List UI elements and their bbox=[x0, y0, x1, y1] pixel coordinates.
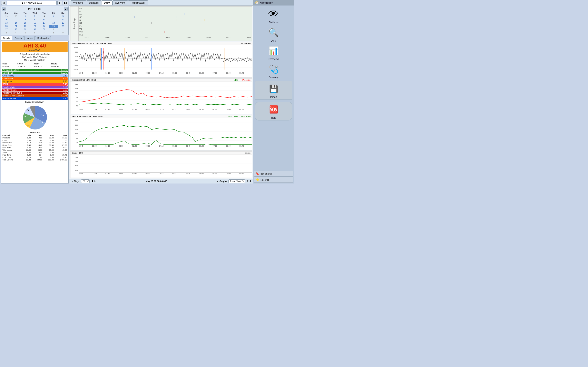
tab-bookmarks[interactable]: Bookmarks bbox=[35, 36, 51, 40]
cal-day-26[interactable]: 26 bbox=[58, 25, 68, 28]
nav-bottom: 🔖 Bookmarks ⭐ Records bbox=[253, 170, 294, 184]
svg-text:CA: CA bbox=[26, 109, 29, 111]
cal-day-10[interactable]: 10 bbox=[40, 18, 49, 21]
tab-details[interactable]: Details bbox=[1, 36, 12, 40]
pr-y-126: 12.6 bbox=[71, 88, 78, 90]
cal-day-4-next[interactable]: 4 bbox=[11, 31, 20, 34]
pressure-title: Pressure: 0.00 EPAP: 0.00 bbox=[72, 79, 96, 81]
menu-tab-welcome[interactable]: Welcome bbox=[71, 0, 86, 5]
cal-day-9[interactable]: 9 bbox=[30, 18, 39, 21]
cal-day-17[interactable]: 17 bbox=[40, 21, 49, 25]
menu-tab-help[interactable]: Help Browser bbox=[128, 0, 148, 5]
snore-section: Snore: 0.00 — Snore 3.00 2.00 1.00 0.00 bbox=[70, 151, 252, 178]
fr-y-125: 125.0 bbox=[71, 47, 78, 49]
cal-day-2[interactable]: 2 bbox=[30, 15, 39, 18]
date-field[interactable] bbox=[7, 1, 57, 5]
event-breakdown-title: Event Breakdown bbox=[2, 101, 68, 103]
cal-day-3[interactable]: 3 bbox=[40, 15, 49, 18]
records-label: Records bbox=[260, 179, 269, 181]
nav-item-help[interactable]: 🆘 Help bbox=[255, 102, 292, 120]
right-panel: 🧭 Navigation 👁 Statistics 🔍 Daily 📊 Over… bbox=[253, 0, 294, 184]
cal-day-3-next[interactable]: 3 bbox=[2, 31, 11, 34]
cal-day-29[interactable]: 29 bbox=[21, 28, 30, 31]
oximetry-icon: 🩺 bbox=[267, 63, 280, 76]
nav-item-oximetry[interactable]: 🩺 Oximetry bbox=[255, 63, 292, 79]
cal-day-7[interactable]: 7 bbox=[11, 18, 20, 21]
cal-day-11[interactable]: 11 bbox=[49, 18, 58, 21]
menu-tab-daily[interactable]: Daily bbox=[101, 0, 112, 5]
cal-day-1-next[interactable]: 1 bbox=[49, 28, 58, 31]
nav-item-statistics[interactable]: 👁 Statistics bbox=[255, 8, 292, 24]
pr-y-98: 9.8 bbox=[71, 96, 78, 98]
cal-day-18[interactable]: 18 bbox=[49, 21, 58, 25]
bottom-bar: ▼ Flags PB ⬆⬇ May 26 09:08:00.000 ▼ Grap… bbox=[69, 179, 253, 184]
bookmarks-icon: 🔖 bbox=[256, 172, 259, 175]
pie-chart: OA H RE FL CA bbox=[18, 104, 51, 131]
cal-day-31[interactable]: 31 bbox=[40, 28, 49, 31]
calendar: ◀ May ▼ 2018 ▶ Sun Mon Tue Wed Thu Fri S… bbox=[1, 6, 69, 35]
event-periodic-breathing: Periodic Breathing0.00% bbox=[2, 69, 68, 71]
cal-day-14[interactable]: 14 bbox=[11, 21, 20, 25]
cal-day-9-next[interactable]: 9 bbox=[58, 31, 68, 34]
ef-row-vs2: VS2 bbox=[79, 30, 251, 33]
cal-day-13[interactable]: 13 bbox=[2, 21, 11, 25]
back-button[interactable]: ◀ bbox=[1, 1, 6, 5]
cal-day-5-next[interactable]: 5 bbox=[21, 31, 30, 34]
cal-day-2-next[interactable]: 2 bbox=[58, 28, 68, 31]
nav-item-daily[interactable]: 🔍 Daily bbox=[255, 26, 292, 42]
cal-day-12[interactable]: 12 bbox=[58, 18, 68, 21]
snore-legend: — Snore bbox=[242, 152, 251, 154]
menu-tab-overview[interactable]: Overview bbox=[112, 0, 128, 5]
cal-day-4[interactable]: 4 bbox=[49, 15, 58, 18]
svg-text:OA: OA bbox=[41, 114, 44, 117]
cal-day-24[interactable]: 24 bbox=[40, 25, 49, 28]
menu-tab-statistics[interactable]: Statistics bbox=[86, 0, 101, 5]
forward-button[interactable]: ▶ bbox=[57, 1, 62, 5]
ahi-number: AHI 3.40 bbox=[3, 42, 67, 49]
leak-rate-chart-svg bbox=[79, 118, 252, 145]
svg-text:FL: FL bbox=[25, 115, 27, 118]
help-icon: 🆘 bbox=[267, 103, 280, 116]
cal-prev-button[interactable]: ◀ bbox=[2, 7, 6, 11]
cal-day-1[interactable]: 1 bbox=[21, 15, 30, 18]
cal-day-5[interactable]: 5 bbox=[58, 15, 68, 18]
leak-rate-legend: — Total Leaks — Leak Rate bbox=[225, 115, 251, 118]
cal-day-22[interactable]: 22 bbox=[21, 25, 30, 28]
cal-dropdown-icon[interactable]: ▼ bbox=[33, 8, 35, 10]
cal-day-30-prev[interactable]: 30 bbox=[11, 15, 20, 18]
flow-rate-legend: — Flow Rate bbox=[239, 42, 251, 45]
cal-day-20[interactable]: 20 bbox=[2, 25, 11, 28]
ef-row-pb: PB bbox=[79, 7, 251, 10]
tab-events[interactable]: Events bbox=[13, 36, 24, 40]
import-icon: 💾 bbox=[267, 82, 280, 95]
event-flags-arrows[interactable]: ⬆⬇ bbox=[247, 180, 251, 183]
records-item[interactable]: ⭐ Records bbox=[254, 177, 293, 183]
nav-item-overview[interactable]: 📊 Overview bbox=[255, 44, 292, 60]
cal-day-6[interactable]: 6 bbox=[2, 18, 11, 21]
event-flags-select[interactable]: Event Flags bbox=[228, 179, 245, 183]
cal-day-16[interactable]: 16 bbox=[30, 21, 39, 25]
cal-header-wed: Wed bbox=[30, 12, 39, 15]
nav-item-import[interactable]: 💾 Import bbox=[255, 81, 292, 100]
cal-next-button[interactable]: ▶ bbox=[64, 7, 68, 11]
cal-day-8[interactable]: 8 bbox=[21, 18, 30, 21]
cal-day-25[interactable]: 25 bbox=[49, 25, 58, 28]
cal-day-27[interactable]: 27 bbox=[2, 28, 11, 31]
tab-notes[interactable]: Notes bbox=[24, 36, 35, 40]
pb-select[interactable]: PB bbox=[81, 179, 90, 183]
cal-day-19[interactable]: 19 bbox=[58, 21, 68, 25]
bookmarks-item[interactable]: 🔖 Bookmarks bbox=[254, 171, 293, 176]
lr-y-36: 36.0 bbox=[71, 124, 78, 126]
forward-fast-button[interactable]: ▶| bbox=[63, 1, 68, 5]
cal-day-29-prev[interactable]: 29 bbox=[2, 15, 11, 18]
cal-day-28[interactable]: 28 bbox=[11, 28, 20, 31]
cal-day-15[interactable]: 15 bbox=[21, 21, 30, 25]
cal-day-8-next[interactable]: 8 bbox=[49, 31, 58, 34]
cal-day-7-next[interactable]: 7 bbox=[40, 31, 49, 34]
cal-day-30[interactable]: 30 bbox=[30, 28, 39, 31]
cal-day-21[interactable]: 21 bbox=[11, 25, 20, 28]
cal-day-6-next[interactable]: 6 bbox=[30, 31, 39, 34]
pb-arrows[interactable]: ⬆⬇ bbox=[91, 180, 96, 183]
cal-day-23[interactable]: 23 bbox=[30, 25, 39, 28]
event-flow-limitation: Flow Limitation0.10 bbox=[2, 86, 68, 89]
